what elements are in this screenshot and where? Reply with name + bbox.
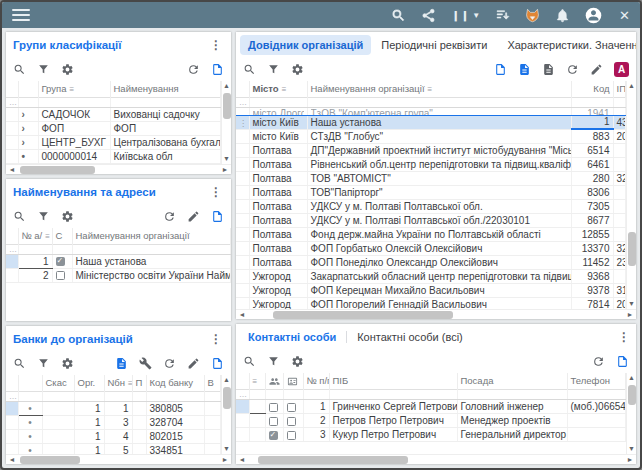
refresh-icon[interactable] [592,355,605,368]
row-options[interactable]: … [236,97,249,107]
table-row[interactable]: 1 Наша установа [6,254,231,268]
vertical-scrollbar[interactable]: ▲ ▼ [626,373,636,454]
kebab-menu-icon[interactable]: ⋮ [208,185,224,199]
filter-icon[interactable] [267,355,280,368]
table-row[interactable]: Ужгород ФОП Погорелий Геннадій Васильови… [236,297,626,309]
row-options[interactable]: … [6,244,18,254]
scrollbar-thumb[interactable] [628,385,636,405]
wrench-icon[interactable] [139,357,152,370]
document-report-icon[interactable] [115,357,128,370]
kebab-menu-icon[interactable]: ⋮ [616,330,632,344]
scroll-down-icon[interactable]: ▼ [628,299,635,309]
scroll-up-icon[interactable]: ▲ [628,81,635,91]
scroll-up-icon[interactable]: ▲ [628,373,635,383]
table-row[interactable]: 2 Міністерство освіти України Найменув [6,268,231,282]
close-icon[interactable]: ✕ [619,8,630,23]
scroll-up-icon[interactable]: ▲ [223,81,230,91]
gear-icon[interactable] [61,357,74,370]
row-options[interactable]: … [236,389,249,399]
col-header-card[interactable] [283,373,303,389]
table-row[interactable]: Ужгород Закарпатський обласний центр пер… [236,269,626,283]
scrollbar-thumb[interactable] [628,232,636,266]
scrollbar-thumb[interactable] [20,456,80,464]
new-document-icon[interactable] [211,63,224,76]
col-header-skas[interactable]: Скас [42,375,74,391]
col-header-people[interactable] [265,373,283,389]
table-row[interactable]: Полтава Фонд держ.майна України по Полта… [236,227,626,241]
col-header-num[interactable]: № а/≡ [18,228,52,244]
col-header-tel[interactable]: Телефон [567,373,626,389]
table-row[interactable]: Полтава ТОВ"Папірторг" 8306 [236,185,626,199]
table-row[interactable]: 1 Гринченко Сергей Петрович Головний інж… [236,399,626,413]
expander-icon[interactable]: › [18,107,38,121]
scroll-left-icon[interactable]: ◄ [236,311,248,318]
row-options[interactable]: … [6,97,18,107]
table-row[interactable]: › САДОЧОК Вихованці садочку [6,107,221,121]
table-row[interactable]: Полтава УДКСУ у м. Полтаві Полтавської о… [236,213,626,227]
gear-icon[interactable] [61,63,74,76]
search-icon[interactable] [13,63,26,76]
table-row[interactable]: 3 Кукур Петро Петрович Генеральний дирек… [236,427,626,441]
table-row[interactable]: › ЦЕНТР_БУХГ Централізована бухгалтер [6,135,221,149]
col-header-nbn[interactable]: Nбн≡ [104,375,132,391]
edit-icon[interactable] [187,210,200,223]
scrollbar-thumb[interactable] [20,166,95,174]
refresh-icon[interactable] [163,357,176,370]
col-header-code[interactable]: Код [571,81,613,97]
autofilter-toggle-button[interactable]: A [614,62,629,77]
scroll-left-icon[interactable]: ◄ [6,166,18,173]
scrollbar-thumb[interactable] [258,456,408,464]
scroll-down-icon[interactable]: ▼ [628,444,635,454]
tab-contacts[interactable]: Контактні особи [240,327,344,347]
filter-icon[interactable] [37,63,50,76]
vertical-scrollbar[interactable]: ▲ ▼ [626,81,636,309]
search-icon[interactable] [391,8,406,23]
col-header-num[interactable]: № п/п≡ [303,373,329,389]
new-document-icon[interactable] [211,357,224,370]
col-header-name[interactable]: Найменування [110,81,221,97]
table-row[interactable]: • 0000000014 Київська обл [6,149,221,163]
col-header-name[interactable]: Найменування організації≡ [307,81,571,97]
scroll-up-icon[interactable]: ▲ [223,375,230,385]
table-row[interactable]: ⋮⋮ місто Київ Наша установа 1 43 [236,115,626,129]
table-row[interactable]: • 1 3 328704 [6,415,221,429]
search-icon[interactable] [13,357,26,370]
vertical-scrollbar[interactable]: ▲ ▼ [221,81,231,164]
scrollbar-thumb[interactable] [273,311,453,319]
checkbox[interactable] [287,417,296,426]
col-header-code[interactable]: Код банку [146,375,204,391]
vertical-scrollbar[interactable]: ▲ ▼ [221,375,231,454]
kebab-menu-icon[interactable]: ⋮ [208,332,224,346]
col-header-pos[interactable]: Посада [457,373,567,389]
scroll-right-icon[interactable]: ► [624,456,636,463]
table-row[interactable]: • 1 4 802015 [6,429,221,443]
col-header-ip[interactable]: ІП [613,81,626,97]
table-row[interactable]: Ужгород ФОП Керецман Михайло Васильович … [236,283,626,297]
table-row[interactable]: 2 Петров Петро Петрович Менеджер проекті… [236,413,626,427]
gear-icon[interactable] [291,63,304,76]
table-row[interactable]: › ФОП ФОП [6,121,221,135]
search-icon[interactable] [243,63,256,76]
new-document-icon[interactable] [211,210,224,223]
col-header-name[interactable]: Найменування організації [72,228,231,244]
search-icon[interactable] [243,355,256,368]
horizontal-scrollbar[interactable]: ◄ ► [6,454,231,464]
tab-org-directory[interactable]: Довідник організацій [240,35,371,55]
expander-icon[interactable]: › [18,121,38,135]
search-icon[interactable] [13,210,26,223]
table-row[interactable]: • 1 5 334851 [6,443,221,454]
scrollbar-thumb[interactable] [223,387,231,409]
col-header-org[interactable]: Орг. [74,375,104,391]
table-row[interactable]: Полтава ДП"Державний проектний інститут … [236,143,626,157]
filter-icon[interactable] [267,63,280,76]
tab-contacts-all[interactable]: Контактні особи (всі) [349,327,471,347]
edit-icon[interactable] [187,357,200,370]
table-row[interactable]: місто Київ СТзДВ "Глобус" 883 20 [236,129,626,143]
share-icon[interactable] [421,8,436,23]
scrollbar-thumb[interactable] [223,93,231,119]
gear-icon[interactable] [291,355,304,368]
table-row[interactable]: місто Дрогоб ТзОВ "Комп'ютерна група" 19… [236,107,626,115]
gear-icon[interactable] [61,210,74,223]
queue-icon[interactable] [495,8,510,23]
checkbox[interactable] [287,431,296,440]
